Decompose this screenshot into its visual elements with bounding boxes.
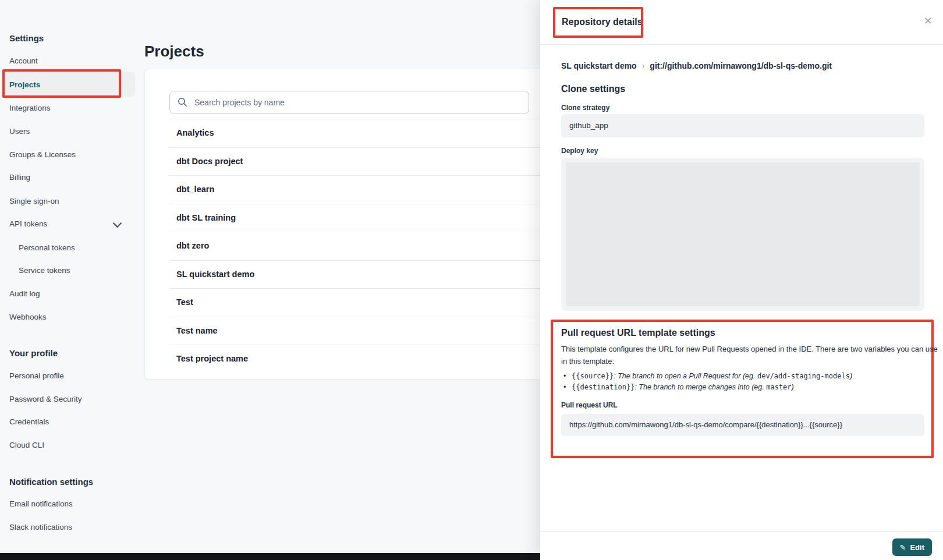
sidebar-item-api-tokens[interactable]: API tokens — [9, 218, 47, 230]
sidebar-section-settings: Settings — [9, 33, 44, 44]
annotation-box-pr-template: Pull request URL template settings This … — [551, 320, 934, 458]
pr-template-variables: •{{source}}: The branch to open a Pull R… — [563, 371, 924, 393]
sidebar-section-notification-settings: Notification settings — [9, 476, 93, 488]
bottom-window-bar — [0, 553, 547, 560]
sidebar-item-personal-tokens[interactable]: Personal tokens — [19, 242, 75, 254]
bullet-icon: • — [563, 382, 572, 393]
sidebar-item-password-security[interactable]: Password & Security — [9, 394, 82, 405]
breadcrumb-project[interactable]: SL quickstart demo — [561, 61, 637, 70]
sidebar-item-billing[interactable]: Billing — [9, 172, 30, 183]
sidebar-item-users[interactable]: Users — [9, 126, 30, 137]
sidebar-item-service-tokens[interactable]: Service tokens — [19, 265, 70, 277]
sidebar-item-single-sign-on[interactable]: Single sign-on — [9, 196, 59, 207]
repository-details-panel: Repository details ✕ SL quickstart demo›… — [540, 0, 943, 560]
search-icon — [178, 97, 187, 107]
sidebar-item-credentials[interactable]: Credentials — [9, 416, 49, 428]
project-search — [169, 91, 529, 114]
source-variable-code: {{source}} — [572, 372, 614, 380]
pr-variable-destination: •{{destination}}: The branch to merge ch… — [563, 382, 924, 393]
sidebar-item-integrations[interactable]: Integrations — [9, 102, 51, 114]
source-variable-desc: : The branch to open a Pull Request for … — [614, 372, 757, 380]
pull-request-url-value: https://github.com/mirnawong1/db-sl-qs-d… — [561, 414, 924, 436]
pr-variable-source: •{{source}}: The branch to open a Pull R… — [563, 371, 924, 382]
edit-button-label: Edit — [910, 543, 924, 552]
page-title: Projects — [144, 42, 204, 61]
bullet-icon: • — [563, 371, 572, 382]
destination-variable-example: master — [766, 383, 791, 391]
chevron-down-icon[interactable] — [113, 219, 122, 228]
sidebar-item-cloud-cli[interactable]: Cloud CLI — [9, 440, 44, 451]
sidebar-item-audit-log[interactable]: Audit log — [9, 288, 40, 300]
pr-template-heading: Pull request URL template settings — [561, 328, 924, 338]
source-variable-example: dev/add-staging-models — [757, 372, 850, 380]
panel-header-divider — [540, 44, 943, 45]
source-variable-close: ) — [850, 372, 852, 380]
pencil-icon: ✎ — [900, 543, 906, 552]
sidebar-item-account[interactable]: Account — [9, 55, 38, 67]
pull-request-url-label: Pull request URL — [561, 401, 924, 409]
search-input[interactable] — [193, 92, 522, 113]
deploy-key-label: Deploy key — [561, 147, 598, 155]
edit-button[interactable]: ✎ Edit — [892, 538, 932, 556]
sidebar-item-webhooks[interactable]: Webhooks — [9, 311, 47, 323]
sidebar-item-email-notifications[interactable]: Email notifications — [9, 498, 73, 510]
breadcrumb: SL quickstart demo›git://github.com/mirn… — [561, 61, 832, 70]
deploy-key-field — [561, 158, 924, 311]
deploy-key-redacted-value — [566, 162, 920, 306]
panel-title: Repository details — [562, 17, 643, 27]
sidebar-item-slack-notifications[interactable]: Slack notifications — [9, 522, 72, 533]
destination-variable-code: {{destination}} — [572, 383, 634, 391]
clone-strategy-label: Clone strategy — [561, 104, 609, 112]
sidebar-section-your-profile: Your profile — [9, 348, 58, 359]
breadcrumb-separator-icon: › — [642, 61, 645, 70]
sidebar-item-projects[interactable]: Projects — [9, 79, 40, 91]
pr-template-section: Pull request URL template settings This … — [561, 328, 924, 436]
app-root: Settings Account Projects Integrations U… — [0, 0, 943, 560]
destination-variable-close: ) — [792, 383, 794, 391]
close-icon[interactable]: ✕ — [920, 13, 936, 29]
clone-settings-heading: Clone settings — [561, 84, 625, 94]
panel-footer-divider — [540, 531, 943, 532]
sidebar-item-personal-profile[interactable]: Personal profile — [9, 370, 64, 382]
destination-variable-desc: : The branch to merge changes into (eg. — [634, 383, 766, 391]
pr-template-description: This template configures the URL for new… — [561, 343, 940, 367]
breadcrumb-repo-url: git://github.com/mirnawong1/db-sl-qs-dem… — [650, 61, 832, 70]
clone-strategy-value: github_app — [561, 114, 924, 137]
sidebar-item-groups-licenses[interactable]: Groups & Licenses — [9, 149, 76, 161]
